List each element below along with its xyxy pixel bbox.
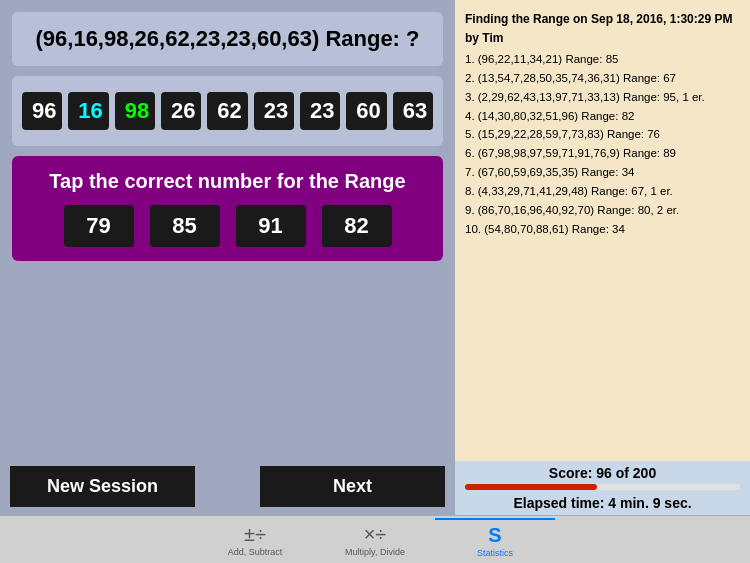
- answer-choice-button[interactable]: 79: [64, 205, 134, 247]
- history-item: 8. (4,33,29,71,41,29,48) Range: 67, 1 er…: [465, 183, 740, 201]
- numbers-box: 961698266223236063: [12, 76, 443, 146]
- toolbar: ±÷ Add, Subtract ×÷ Multiply, Divide S S…: [0, 515, 750, 563]
- add-subtract-icon: ±÷: [244, 523, 266, 546]
- multiply-divide-icon: ×÷: [364, 523, 387, 546]
- number-pill: 63: [393, 92, 433, 130]
- number-pill: 26: [161, 92, 201, 130]
- score-text: Score: 96 of 200: [465, 465, 740, 481]
- number-pill: 62: [207, 92, 247, 130]
- toolbar-item-statistics[interactable]: S Statistics: [435, 518, 555, 562]
- number-pill: 60: [346, 92, 386, 130]
- number-pill: 96: [22, 92, 62, 130]
- answer-choice-button[interactable]: 85: [150, 205, 220, 247]
- question-text: (96,16,98,26,62,23,23,60,63) Range: ?: [35, 26, 419, 51]
- toolbar-label-add-subtract: Add, Subtract: [228, 547, 283, 557]
- history-item: 10. (54,80,70,88,61) Range: 34: [465, 221, 740, 239]
- answer-choice-button[interactable]: 91: [236, 205, 306, 247]
- history-list: 1. (96,22,11,34,21) Range: 852. (13,54,7…: [465, 51, 740, 238]
- number-pill: 23: [300, 92, 340, 130]
- score-section: Score: 96 of 200 Elapsed time: 4 min. 9 …: [455, 461, 750, 515]
- history-item: 3. (2,29,62,43,13,97,71,33,13) Range: 95…: [465, 89, 740, 107]
- history-item: 1. (96,22,11,34,21) Range: 85: [465, 51, 740, 69]
- statistics-icon: S: [488, 524, 501, 547]
- history-item: 5. (15,29,22,28,59,7,73,83) Range: 76: [465, 126, 740, 144]
- history-item: 6. (67,98,98,97,59,71,91,76,9) Range: 89: [465, 145, 740, 163]
- answer-choices: 79859182: [64, 205, 392, 247]
- question-box: (96,16,98,26,62,23,23,60,63) Range: ?: [12, 12, 443, 66]
- history-item: 4. (14,30,80,32,51,96) Range: 82: [465, 108, 740, 126]
- left-panel: (96,16,98,26,62,23,23,60,63) Range: ? 96…: [0, 0, 455, 515]
- next-button[interactable]: Next: [260, 466, 445, 507]
- toolbar-item-multiply-divide[interactable]: ×÷ Multiply, Divide: [315, 519, 435, 561]
- number-pill: 98: [115, 92, 155, 130]
- answer-box: Tap the correct number for the Range 798…: [12, 156, 443, 261]
- number-pill: 23: [254, 92, 294, 130]
- history-item: 9. (86,70,16,96,40,92,70) Range: 80, 2 e…: [465, 202, 740, 220]
- panel-title: Finding the Range on Sep 18, 2016, 1:30:…: [465, 10, 740, 47]
- elapsed-text: Elapsed time: 4 min. 9 sec.: [465, 493, 740, 511]
- history-item: 7. (67,60,59,69,35,35) Range: 34: [465, 164, 740, 182]
- right-panel: Finding the Range on Sep 18, 2016, 1:30:…: [455, 0, 750, 515]
- toolbar-label-multiply-divide: Multiply, Divide: [345, 547, 405, 557]
- tap-instruction: Tap the correct number for the Range: [49, 170, 405, 193]
- new-session-button[interactable]: New Session: [10, 466, 195, 507]
- answer-choice-button[interactable]: 82: [322, 205, 392, 247]
- progress-bar-container: [465, 484, 740, 490]
- progress-bar-fill: [465, 484, 597, 490]
- toolbar-label-statistics: Statistics: [477, 548, 513, 558]
- toolbar-item-add-subtract[interactable]: ±÷ Add, Subtract: [195, 519, 315, 561]
- number-pill: 16: [68, 92, 108, 130]
- history-item: 2. (13,54,7,28,50,35,74,36,31) Range: 67: [465, 70, 740, 88]
